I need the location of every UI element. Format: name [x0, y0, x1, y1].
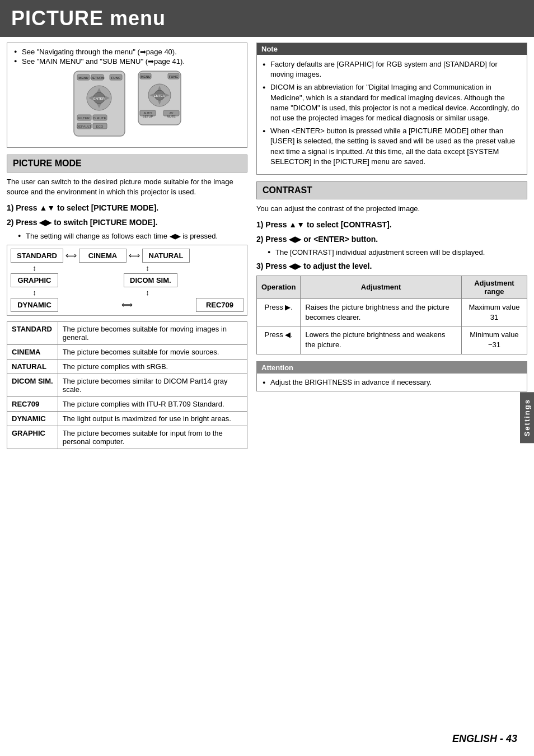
mode-cinema: CINEMA — [79, 249, 127, 263]
mode-graphic: GRAPHIC — [11, 273, 58, 287]
contrast-table-row: Press ▶.Raises the picture brightness an… — [257, 298, 527, 326]
svg-text:DEFAULT: DEFAULT — [76, 125, 91, 128]
svg-text:FUNC: FUNC — [111, 76, 120, 80]
note-bullet: When <ENTER> button is pressed while a [… — [263, 126, 521, 167]
vert-arrow-standard: ↕ — [11, 264, 58, 272]
info-bullet-2: See "MAIN MENU" and "SUB MENU" (➡page 41… — [14, 57, 240, 66]
remote-right-svg: MENU FUNC ENTER AUTO SETUP — [137, 70, 182, 126]
svg-text:SETUP: SETUP — [142, 115, 153, 118]
arrow-1: ⟺ — [63, 251, 79, 260]
mode-table: STANDARDThe picture becomes suitable for… — [7, 321, 247, 449]
info-bullet-1: See "Navigating through the menu" (➡page… — [14, 48, 240, 56]
mode-name: NATURAL — [7, 359, 58, 374]
mode-table-row: GRAPHICThe picture becomes suitable for … — [7, 426, 247, 449]
vert-arrow-graphic: ↕ — [11, 288, 58, 297]
mode-name: REC709 — [7, 396, 58, 411]
mode-table-row: CINEMAThe picture becomes suitable for m… — [7, 344, 247, 359]
ct-operation: Press ◀. — [257, 326, 301, 354]
col-range: Adjustmentrange — [461, 276, 527, 298]
svg-text:ENTER: ENTER — [153, 94, 165, 97]
vert-arrow-natural: ↕ — [124, 264, 171, 272]
mode-dynamic: DYNAMIC — [11, 298, 58, 312]
ct-range: Minimum value −31 — [461, 326, 527, 354]
arrow-3: ⟺ — [58, 300, 196, 309]
svg-text:MENU: MENU — [140, 75, 151, 78]
mode-table-row: REC709The picture complies with ITU-R BT… — [7, 396, 247, 411]
mode-diagram: STANDARD ⟺ CINEMA ⟺ NATURAL ↕ ↕ GRAPHIC — [7, 245, 247, 316]
svg-text:RETURN: RETURN — [90, 76, 104, 80]
right-column: Note Factory defaults are [GRAPHIC] for … — [256, 43, 527, 456]
remote-controls-area: MENU RETURN FUNC ENTER FILTER — [14, 67, 240, 143]
mode-table-row: NATURALThe picture complies with sRGB. — [7, 359, 247, 374]
note-bullet: DICOM is an abbreviation for "Digital Im… — [263, 82, 521, 123]
mode-name: DYNAMIC — [7, 411, 58, 426]
svg-text:FUNC: FUNC — [168, 75, 178, 78]
step-2: 2) Press ◀▶ to switch [PICTURE MODE]. — [7, 217, 247, 228]
note-box: Note Factory defaults are [GRAPHIC] for … — [256, 43, 527, 175]
mode-table-row: DYNAMICThe light output is maximized for… — [7, 411, 247, 426]
attention-box: Attention Adjust the BRIGHTNESS in advan… — [256, 361, 527, 391]
mode-standard: STANDARD — [11, 249, 63, 263]
mode-desc: The picture becomes suitable for input f… — [58, 426, 247, 449]
ct-operation: Press ▶. — [257, 298, 301, 326]
page-number: ENGLISH - 43 — [452, 733, 517, 745]
svg-text:MENU: MENU — [78, 76, 88, 80]
step-1-num: 1) — [7, 203, 13, 212]
picture-mode-header: PICTURE MODE — [7, 155, 247, 172]
note-bullet: Factory defaults are [GRAPHIC] for RGB s… — [263, 59, 521, 80]
step-2-sub: The setting will change as follows each … — [18, 232, 247, 240]
info-box: See "Navigating through the menu" (➡page… — [7, 43, 247, 148]
mode-name: DICOM SIM. — [7, 374, 58, 396]
attention-body: Adjust the BRIGHTNESS in advance if nece… — [257, 374, 527, 391]
arrow-2: ⟺ — [127, 251, 142, 260]
settings-tab: Settings — [520, 392, 534, 443]
mode-desc: The picture becomes suitable for movie s… — [58, 344, 247, 359]
mode-desc: The picture becomes similar to DICOM Par… — [58, 374, 247, 396]
step-2-num: 2) — [7, 218, 13, 227]
mode-table-row: DICOM SIM.The picture becomes similar to… — [7, 374, 247, 396]
picture-mode-desc: The user can switch to the desired pictu… — [7, 177, 247, 197]
attention-bullet: Adjust the BRIGHTNESS in advance if nece… — [263, 378, 521, 386]
remote-left-svg: MENU RETURN FUNC ENTER FILTER — [73, 70, 126, 137]
svg-text:ENTER: ENTER — [93, 97, 105, 100]
step-1: 1) Press ▲▼ to select [PICTURE MODE]. — [7, 203, 247, 214]
contrast-step-1: 1) Press ▲▼ to select [CONTRAST]. — [256, 220, 527, 231]
contrast-step-3: 3) Press ◀▶ to adjust the level. — [256, 261, 527, 272]
attention-header: Attention — [257, 362, 527, 374]
mode-name: GRAPHIC — [7, 426, 58, 449]
svg-text:FILTER: FILTER — [78, 116, 90, 120]
contrast-table: Operation Adjustment Adjustmentrange Pre… — [256, 276, 527, 354]
mode-rec709: REC709 — [196, 298, 243, 312]
svg-text:ECO: ECO — [96, 125, 103, 128]
mode-dicom: DICOM SIM. — [124, 273, 177, 287]
contrast-step-2-sub: The [CONTRAST] individual adjustment scr… — [268, 248, 527, 256]
page-title: PICTURE menu — [11, 7, 523, 30]
ct-adjustment: Raises the picture brightness and the pi… — [301, 298, 461, 326]
mode-table-row: STANDARDThe picture becomes suitable for… — [7, 321, 247, 344]
col-adjustment: Adjustment — [301, 276, 461, 298]
left-column: See "Navigating through the menu" (➡page… — [7, 43, 247, 456]
contrast-step-2: 2) Press ◀▶ or <ENTER> button. — [256, 234, 527, 245]
svg-text:MUTE: MUTE — [167, 115, 176, 118]
note-header: Note — [257, 43, 527, 55]
mode-desc: The light output is maximized for use in… — [58, 411, 247, 426]
mode-desc: The picture complies with ITU-R BT.709 S… — [58, 396, 247, 411]
mode-desc: The picture becomes suitable for moving … — [58, 321, 247, 344]
col-operation: Operation — [257, 276, 301, 298]
info-bullets: See "Navigating through the menu" (➡page… — [14, 48, 240, 66]
mode-natural: NATURAL — [142, 249, 190, 263]
page-title-bar: PICTURE menu — [0, 0, 534, 37]
contrast-header: CONTRAST — [256, 181, 527, 199]
mode-name: STANDARD — [7, 321, 58, 344]
ct-range: Maximum value 31 — [461, 298, 527, 326]
mode-name: CINEMA — [7, 344, 58, 359]
contrast-table-row: Press ◀.Lowers the picture brightness an… — [257, 326, 527, 354]
note-body: Factory defaults are [GRAPHIC] for RGB s… — [257, 55, 527, 174]
vert-arrow-dicom: ↕ — [124, 288, 171, 297]
svg-text:D.MUTE: D.MUTE — [93, 116, 106, 120]
contrast-desc: You can adjust the contrast of the proje… — [256, 204, 527, 214]
mode-desc: The picture complies with sRGB. — [58, 359, 247, 374]
ct-adjustment: Lowers the picture brightness and weaken… — [301, 326, 461, 354]
